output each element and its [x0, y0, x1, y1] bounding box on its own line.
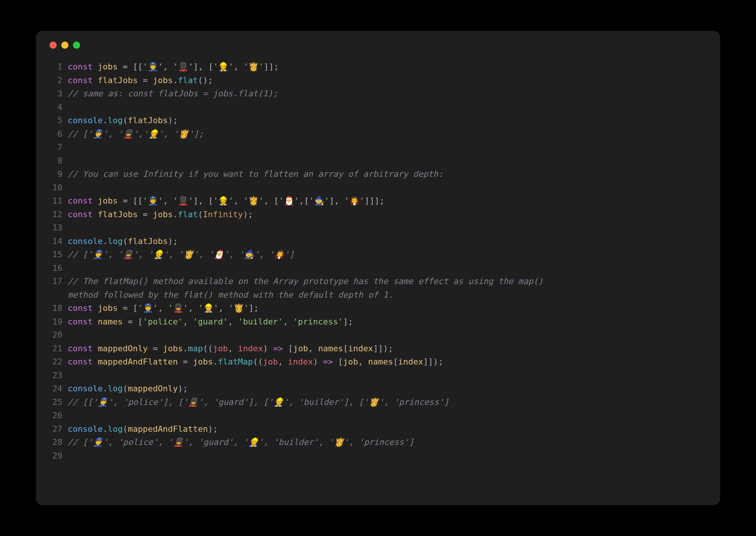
code-content[interactable]: // [['👮', 'police'], ['💂', 'guard'], ['👷… [68, 395, 706, 409]
line-number: 25 [50, 395, 68, 409]
code-content[interactable]: console.log(mappedOnly); [68, 382, 706, 395]
line-number: 18 [50, 301, 68, 315]
code-line[interactable]: 29 [50, 449, 706, 463]
code-line[interactable]: 26 [50, 409, 706, 422]
code-content[interactable] [68, 449, 706, 463]
line-number: 11 [50, 194, 68, 208]
code-line[interactable]: 18const jobs = ['👮', '💂', '👷', '👸']; [50, 301, 706, 315]
code-content[interactable] [68, 261, 706, 275]
line-number: 1 [50, 60, 68, 74]
code-line[interactable]: 7 [50, 141, 706, 154]
code-content[interactable]: const mappedAndFlatten = jobs.flatMap((j… [68, 355, 706, 369]
line-number [50, 288, 68, 302]
code-content[interactable]: // ['👮', '💂', '👷', '👸', '🎅', '🧙', '🧛'] [68, 248, 706, 261]
line-number: 15 [50, 248, 68, 261]
line-number: 24 [50, 382, 68, 395]
code-line[interactable]: 21const mappedOnly = jobs.map((job, inde… [50, 342, 706, 355]
code-content[interactable]: method followed by the flat() method wit… [68, 288, 706, 302]
code-line[interactable]: 13 [50, 221, 706, 235]
code-content[interactable]: const mappedOnly = jobs.map((job, index)… [68, 342, 706, 355]
code-content[interactable]: const jobs = [['👮', '💂🏿'], ['👷', '👸', ['… [68, 194, 706, 208]
line-number: 19 [50, 315, 68, 329]
line-number: 27 [50, 422, 68, 436]
code-line[interactable]: 11const jobs = [['👮', '💂🏿'], ['👷', '👸', … [50, 194, 706, 208]
window-controls [50, 42, 706, 49]
line-number: 29 [50, 449, 68, 463]
code-line[interactable]: 24console.log(mappedOnly); [50, 382, 706, 395]
code-content[interactable]: // You can use Infinity if you want to f… [68, 167, 706, 181]
line-number: 21 [50, 342, 68, 355]
code-content[interactable]: console.log(flatJobs); [68, 114, 706, 127]
code-content[interactable]: console.log(mappedAndFlatten); [68, 422, 706, 436]
code-line[interactable]: 8 [50, 154, 706, 168]
code-line[interactable]: 6// ['👮', '💂','👷', '👸']; [50, 127, 706, 141]
code-line[interactable]: 20 [50, 328, 706, 342]
code-line-wrap[interactable]: method followed by the flat() method wit… [50, 288, 706, 302]
line-number: 13 [50, 221, 68, 235]
code-line[interactable]: 27console.log(mappedAndFlatten); [50, 422, 706, 436]
code-content[interactable] [68, 409, 706, 422]
code-line[interactable]: 4 [50, 100, 706, 114]
minimize-icon[interactable] [61, 42, 68, 49]
line-number: 16 [50, 261, 68, 275]
code-content[interactable]: const jobs = ['👮', '💂', '👷', '👸']; [68, 301, 706, 315]
code-line[interactable]: 15// ['👮', '💂', '👷', '👸', '🎅', '🧙', '🧛'] [50, 248, 706, 261]
code-line[interactable]: 14console.log(flatJobs); [50, 235, 706, 248]
line-number: 9 [50, 167, 68, 181]
line-number: 20 [50, 328, 68, 342]
code-line[interactable]: 3// same as: const flatJobs = jobs.flat(… [50, 87, 706, 100]
line-number: 5 [50, 114, 68, 127]
line-number: 12 [50, 208, 68, 221]
code-line[interactable]: 19const names = ['police', 'guard', 'bui… [50, 315, 706, 329]
code-content[interactable]: // The flatMap() method available on the… [68, 275, 706, 288]
maximize-icon[interactable] [73, 42, 80, 49]
line-number: 3 [50, 87, 68, 100]
code-content[interactable]: // ['👮', 'police', '💂', 'guard', '👷', 'b… [68, 436, 706, 449]
code-line[interactable]: 23 [50, 369, 706, 382]
line-number: 4 [50, 100, 68, 114]
line-number: 23 [50, 369, 68, 382]
code-content[interactable] [68, 328, 706, 342]
code-line[interactable]: 5console.log(flatJobs); [50, 114, 706, 127]
code-line[interactable]: 12const flatJobs = jobs.flat(Infinity); [50, 208, 706, 221]
code-content[interactable]: const names = ['police', 'guard', 'build… [68, 315, 706, 329]
line-number: 14 [50, 235, 68, 248]
code-line[interactable]: 17// The flatMap() method available on t… [50, 275, 706, 288]
code-line[interactable]: 10 [50, 181, 706, 195]
code-content[interactable] [68, 181, 706, 195]
code-content[interactable] [68, 100, 706, 114]
code-content[interactable] [68, 141, 706, 154]
line-number: 28 [50, 436, 68, 449]
code-block[interactable]: 1const jobs = [['👮', '💂🏿'], ['👷', '👸']];… [50, 60, 706, 462]
code-content[interactable]: console.log(flatJobs); [68, 235, 706, 248]
code-content[interactable]: // same as: const flatJobs = jobs.flat(1… [68, 87, 706, 100]
line-number: 22 [50, 355, 68, 369]
line-number: 26 [50, 409, 68, 422]
code-line[interactable]: 9// You can use Infinity if you want to … [50, 167, 706, 181]
close-icon[interactable] [50, 42, 57, 49]
code-content[interactable]: const flatJobs = jobs.flat(Infinity); [68, 208, 706, 221]
line-number: 2 [50, 74, 68, 87]
code-content[interactable] [68, 221, 706, 235]
line-number: 8 [50, 154, 68, 168]
code-line[interactable]: 28// ['👮', 'police', '💂', 'guard', '👷', … [50, 436, 706, 449]
line-number: 10 [50, 181, 68, 195]
code-line[interactable]: 16 [50, 261, 706, 275]
editor-window: 1const jobs = [['👮', '💂🏿'], ['👷', '👸']];… [36, 31, 720, 505]
line-number: 17 [50, 275, 68, 288]
code-content[interactable]: const flatJobs = jobs.flat(); [68, 74, 706, 87]
line-number: 6 [50, 127, 68, 141]
code-content[interactable] [68, 154, 706, 168]
code-line[interactable]: 25// [['👮', 'police'], ['💂', 'guard'], [… [50, 395, 706, 409]
code-line[interactable]: 22const mappedAndFlatten = jobs.flatMap(… [50, 355, 706, 369]
line-number: 7 [50, 141, 68, 154]
code-line[interactable]: 2const flatJobs = jobs.flat(); [50, 74, 706, 87]
code-content[interactable]: const jobs = [['👮', '💂🏿'], ['👷', '👸']]; [68, 60, 706, 74]
code-content[interactable]: // ['👮', '💂','👷', '👸']; [68, 127, 706, 141]
code-line[interactable]: 1const jobs = [['👮', '💂🏿'], ['👷', '👸']]; [50, 60, 706, 74]
code-content[interactable] [68, 369, 706, 382]
